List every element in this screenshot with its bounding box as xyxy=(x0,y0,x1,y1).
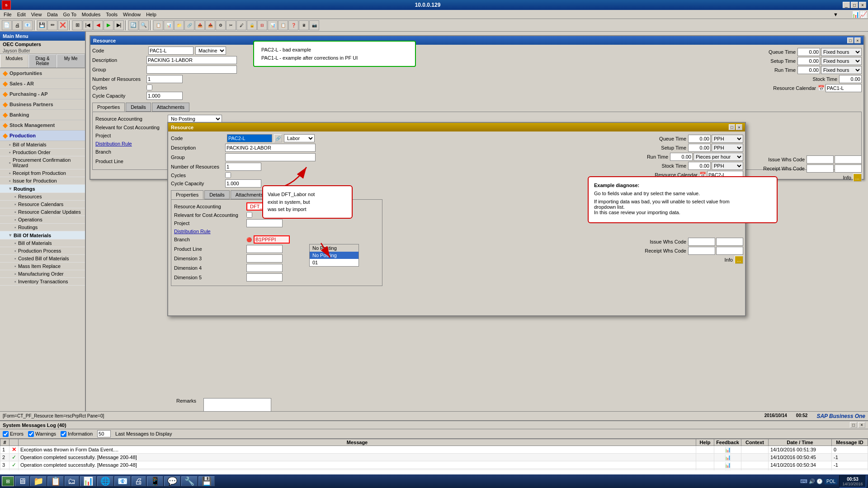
sidebar-section-banking[interactable]: ◆ Banking xyxy=(0,110,85,120)
toolbar-btn-o[interactable]: 🖥 xyxy=(299,20,309,30)
window1-code-input[interactable] xyxy=(148,47,193,55)
window1-close-icon[interactable]: × xyxy=(854,38,861,43)
close-button[interactable]: × xyxy=(859,2,866,8)
toolbar-btn-4[interactable]: 💾 xyxy=(37,20,47,30)
filter-info-check[interactable] xyxy=(61,431,66,437)
filter-info-label[interactable]: Information xyxy=(61,431,93,437)
sidebar-section-stock[interactable]: ◆ Stock Management xyxy=(0,120,85,131)
sidebar-section-production[interactable]: ◆ Production xyxy=(0,131,85,141)
window1-type-select[interactable]: Machine Labor xyxy=(195,47,226,55)
window2-group-input[interactable] xyxy=(225,153,316,161)
toolbar-btn-j[interactable]: 🔒 xyxy=(247,20,257,30)
window1-cyclecp-input[interactable] xyxy=(146,92,183,100)
filter-warnings-check[interactable] xyxy=(28,431,34,437)
menu-window[interactable]: Window xyxy=(120,11,143,18)
toolbar-btn-b[interactable]: 📊 xyxy=(164,20,174,30)
table-row[interactable]: 1 ✕ Exception was thrown in Form Data Ev… xyxy=(0,446,868,454)
taskbar-start[interactable]: ⊞ xyxy=(2,476,14,486)
taskbar-item-8[interactable]: 🖨 xyxy=(132,476,146,486)
title-bar-controls[interactable]: _ □ × xyxy=(843,2,866,8)
toolbar-btn-nav3[interactable]: ◀ xyxy=(93,20,103,30)
window2-dim4-input[interactable] xyxy=(246,264,283,272)
w1-receipt-input2[interactable] xyxy=(835,164,862,173)
menu-edit[interactable]: Edit xyxy=(14,11,28,18)
tab-myme[interactable]: My Me xyxy=(57,54,85,68)
window2-type-select[interactable]: Labor Machine xyxy=(284,134,315,142)
toolbar-btn-d[interactable]: 🔗 xyxy=(184,20,194,30)
table-row[interactable]: 2 ✓ Operation completed successfully. [M… xyxy=(0,454,868,461)
taskbar-item-4[interactable]: 🗂 xyxy=(65,476,79,486)
menu-help[interactable]: Help xyxy=(143,11,159,18)
toolbar-btn-f[interactable]: 📥 xyxy=(205,20,215,30)
sidebar-item-routings[interactable]: ▪ Routings xyxy=(0,224,85,231)
w2-setup-unit[interactable]: PPH xyxy=(712,144,743,152)
toolbar-btn-c[interactable]: 📁 xyxy=(174,20,184,30)
w2-receipt-input[interactable] xyxy=(688,247,715,255)
w1-queue-unit[interactable]: Fixed hours xyxy=(821,48,862,56)
toolbar-btn-nav5[interactable]: ▶| xyxy=(114,20,124,30)
toolbar-btn-nav2[interactable]: |◀ xyxy=(83,20,93,30)
toolbar-btn-i[interactable]: 🖊 xyxy=(236,20,246,30)
taskbar-item-5[interactable]: 📊 xyxy=(80,476,96,486)
dropdown-item-noposting1[interactable]: No Posting xyxy=(310,244,359,252)
w1-rescal-input[interactable] xyxy=(826,84,862,92)
window2-prodline-input[interactable] xyxy=(246,245,283,253)
tab-drag-relate[interactable]: Drag & Relate xyxy=(28,54,57,68)
w1-run-input[interactable] xyxy=(797,66,820,74)
taskbar-item-12[interactable]: 💾 xyxy=(198,476,215,486)
taskbar-item-9[interactable]: 📱 xyxy=(147,476,163,486)
tab-modules[interactable]: Modules xyxy=(0,54,28,68)
w1-issue-input2[interactable] xyxy=(835,155,862,164)
window1-expand-icon[interactable]: □ xyxy=(847,38,854,43)
window1-desc-input[interactable] xyxy=(146,56,237,64)
window1-tab-attachments[interactable]: Attachments xyxy=(152,103,189,112)
dropdown-item-01[interactable]: 01 xyxy=(310,259,359,266)
sys-msg-window-icon[interactable]: □ xyxy=(850,422,857,428)
toolbar-btn-5[interactable]: ✏ xyxy=(47,20,57,30)
sidebar-item-procurement[interactable]: ▪ Procurement Confirmation Wizard xyxy=(0,156,85,169)
w2-setup-input[interactable] xyxy=(688,144,711,152)
window1-tab-properties[interactable]: Properties xyxy=(92,103,125,112)
toolbar-btn-n[interactable]: ❓ xyxy=(288,20,298,30)
sidebar-item-inv-trans[interactable]: ▪ Inventory Transactions xyxy=(0,278,85,286)
window2-code-input[interactable] xyxy=(227,134,272,142)
toolbar-btn-e[interactable]: 📤 xyxy=(195,20,205,30)
taskbar-item-7[interactable]: 📧 xyxy=(114,476,131,486)
sidebar-item-routings-header[interactable]: ▾ Routings xyxy=(0,185,85,193)
window1-cycles-check[interactable] xyxy=(146,84,152,90)
filter-errors-label[interactable]: Errors xyxy=(3,431,24,437)
sidebar-item-bom2[interactable]: ▪ Bill of Materials xyxy=(0,239,85,247)
dropdown-item-noposting2[interactable]: No Posting xyxy=(310,252,359,259)
window2-tab-details[interactable]: Details xyxy=(204,190,230,199)
toolbar-btn-3[interactable]: 📧 xyxy=(23,20,33,30)
toolbar-btn-filter[interactable]: 🔍 xyxy=(139,20,149,30)
taskbar-item-10[interactable]: 💬 xyxy=(164,476,180,486)
taskbar-item-6[interactable]: 🌐 xyxy=(97,476,113,486)
toolbar-btn-nav4[interactable]: ▶ xyxy=(104,20,113,30)
toolbar-btn-2[interactable]: 🖨 xyxy=(12,20,22,30)
w1-queue-input[interactable] xyxy=(797,48,820,56)
sidebar-item-issue[interactable]: ▪ Issue for Production xyxy=(0,177,85,185)
maximize-button[interactable]: □ xyxy=(851,2,858,8)
sidebar-section-purchasing[interactable]: ◆ Purchasing - AP xyxy=(0,89,85,99)
sidebar-item-resources[interactable]: ▪ Resources xyxy=(0,193,85,201)
sidebar-item-receipt[interactable]: ▪ Receipt from Production xyxy=(0,169,85,177)
w1-issue-input[interactable] xyxy=(807,155,834,164)
window2-dim5-input[interactable] xyxy=(246,273,283,282)
taskbar-item-1[interactable]: 🖥 xyxy=(15,476,29,486)
menu-file[interactable]: File xyxy=(1,11,14,18)
sidebar-item-resource-cal[interactable]: ▪ Resource Calendars xyxy=(0,201,85,208)
taskbar-item-3[interactable]: 📋 xyxy=(47,476,64,486)
filter-errors-check[interactable] xyxy=(3,431,9,437)
window2-rel-cost-check[interactable] xyxy=(246,212,252,218)
toolbar-btn-refresh[interactable]: 🔄 xyxy=(128,20,138,30)
sidebar-item-resource-cal-updates[interactable]: ▪ Resource Calendar Updates xyxy=(0,208,85,216)
w2-queue-unit[interactable]: PPH xyxy=(712,135,743,143)
sidebar-item-mfg-order[interactable]: ▪ Manufacturing Order xyxy=(0,270,85,278)
menu-view[interactable]: View xyxy=(28,11,45,18)
toolbar-btn-nav1[interactable]: ⊞ xyxy=(72,20,82,30)
toolbar-btn-p[interactable]: 📷 xyxy=(309,20,319,30)
window2-code-icon[interactable]: 🔗 xyxy=(274,134,282,142)
w1-setup-input[interactable] xyxy=(797,57,820,65)
sidebar-item-prod-process[interactable]: ▪ Production Process xyxy=(0,247,85,255)
